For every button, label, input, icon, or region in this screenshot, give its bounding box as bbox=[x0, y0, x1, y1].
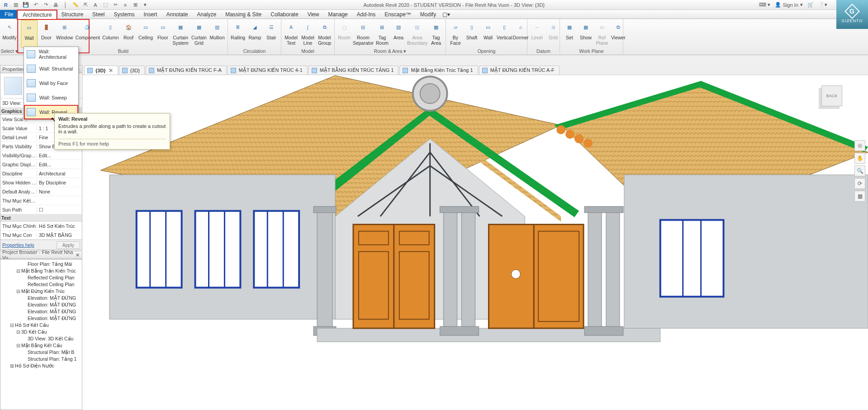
tree-node[interactable]: Reflected Ceiling Plan bbox=[1, 281, 81, 287]
wall-dd-architectural[interactable]: Wall: Architectural bbox=[24, 47, 78, 61]
roof-button[interactable]: 🏠Roof bbox=[121, 20, 137, 48]
tree-node[interactable]: ⊟Hồ Sơ Kết Cấu bbox=[1, 321, 81, 328]
model-group-button[interactable]: ⧉Model Group bbox=[317, 20, 332, 48]
shaft-button[interactable]: ▯Shaft bbox=[464, 20, 479, 48]
tab-massing[interactable]: Massing & Site bbox=[221, 10, 266, 19]
document-tab[interactable]: MẶT ĐỨNG KIẾN TRÚC A-F bbox=[479, 66, 560, 75]
qat-measure-icon[interactable]: 📏 bbox=[71, 1, 80, 9]
tree-node[interactable]: ⊟Mặt Bằng Trần Kiến Trúc bbox=[1, 267, 81, 274]
tree-node[interactable]: ⊟Mặt Bằng Kết Cấu bbox=[1, 342, 81, 349]
vertical-button[interactable]: ▯Vertical bbox=[497, 20, 512, 48]
nav-wheel-icon[interactable]: ◎ bbox=[854, 140, 865, 151]
room-button[interactable]: ▢Room bbox=[337, 20, 352, 48]
ref-plane-button[interactable]: ▭Ref Plane bbox=[594, 20, 610, 48]
curtain-system-button[interactable]: ▦Curtain System bbox=[171, 20, 189, 48]
zoom-icon[interactable]: 🔍 bbox=[854, 165, 865, 176]
qat-align-icon[interactable]: ⇱ bbox=[81, 1, 90, 9]
tree-node[interactable]: Elevation: MẶT ĐỨNG bbox=[1, 315, 81, 321]
curtain-grid-button[interactable]: ▦Curtain Grid bbox=[190, 20, 208, 48]
group-select[interactable]: Select ▾ bbox=[0, 48, 19, 55]
tab-view[interactable]: View bbox=[303, 10, 324, 19]
wall-button[interactable]: ▭Wall bbox=[21, 20, 38, 48]
apply-button[interactable]: Apply bbox=[57, 241, 80, 249]
property-row[interactable]: Sun Path☐ bbox=[0, 205, 82, 214]
tree-node[interactable]: Elevation: MẶT ĐỨNG bbox=[1, 294, 81, 301]
drawing-canvas[interactable] bbox=[82, 75, 868, 410]
tab-options-icon[interactable]: ▢▾ bbox=[441, 10, 452, 19]
model-text-button[interactable]: AModel Text bbox=[283, 20, 299, 48]
tab-collaborate[interactable]: Collaborate bbox=[266, 10, 303, 19]
property-row[interactable]: Default Analy…None bbox=[0, 187, 82, 196]
qat-redo-icon[interactable]: ↷ bbox=[42, 1, 50, 9]
property-row[interactable]: Thư Mục Kết … bbox=[0, 196, 82, 205]
model-line-button[interactable]: ∫Model Line bbox=[300, 20, 316, 48]
stair-button[interactable]: ☰Stair bbox=[264, 20, 279, 48]
property-row[interactable]: Visibility/Grap…Edit... bbox=[0, 151, 82, 160]
qat-switch-icon[interactable]: ▾ bbox=[141, 1, 149, 9]
property-row[interactable]: Show Hidden …By Discipline bbox=[0, 178, 82, 187]
modify-button[interactable]: ↖ Modify bbox=[2, 20, 17, 48]
qat-save-icon[interactable]: 💾 bbox=[22, 1, 30, 9]
tree-node[interactable]: ⊟3D Kết Cấu bbox=[1, 328, 81, 335]
column-button[interactable]: ▯Column bbox=[101, 20, 119, 48]
expand-icon[interactable]: ⊟ bbox=[16, 329, 20, 335]
document-tab[interactable]: MẶT BẰNG KIẾN TRÚC TẦNG 1 bbox=[308, 66, 399, 75]
qat-close-hidden-icon[interactable]: ⊞ bbox=[131, 1, 139, 9]
window-button[interactable]: ⊞Window bbox=[55, 20, 74, 48]
tree-node[interactable]: Elevation: MẶT ĐỨNG bbox=[1, 301, 81, 308]
floor-button[interactable]: ▭Floor bbox=[155, 20, 171, 48]
qat-print-icon[interactable]: 🖶 bbox=[52, 1, 60, 9]
qat-text-icon[interactable]: A bbox=[91, 1, 100, 9]
wall-dd-byface[interactable]: Wall by Face bbox=[24, 76, 78, 90]
tab-manage[interactable]: Manage bbox=[323, 10, 352, 19]
door-button[interactable]: 🚪Door bbox=[38, 20, 54, 48]
document-tab[interactable]: MẶT ĐỨNG KIẾN TRÚC F-A bbox=[146, 66, 227, 75]
tab-enscape[interactable]: Enscape™ bbox=[380, 10, 416, 19]
tree-node[interactable]: ⊞Hồ Sơ Điện Nước bbox=[1, 362, 81, 369]
close-icon[interactable]: ✕ bbox=[109, 67, 113, 74]
close-icon[interactable]: ✕ bbox=[75, 252, 80, 258]
tab-architecture[interactable]: Architecture bbox=[18, 10, 57, 19]
level-button[interactable]: ↔Level bbox=[529, 20, 545, 48]
dormer-button[interactable]: ⌂Dormer bbox=[513, 20, 528, 48]
appstore-icon[interactable]: 🛒 bbox=[807, 2, 814, 8]
expand-icon[interactable]: ⊟ bbox=[16, 343, 20, 348]
ramp-button[interactable]: ◢Ramp bbox=[247, 20, 262, 48]
tab-analyze[interactable]: Analyze bbox=[193, 10, 221, 19]
orbit-icon[interactable]: ⟳ bbox=[854, 178, 865, 189]
wall-dd-structural[interactable]: Wall: Structural bbox=[24, 61, 78, 76]
property-row[interactable]: Graphic Displ…Edit... bbox=[0, 160, 82, 169]
property-row[interactable]: Thư Mục ChínhHồ Sơ Kiến Trúc bbox=[0, 221, 82, 231]
project-browser[interactable]: Floor Plan: Tầng Mái⊟Mặt Bằng Trần Kiến … bbox=[0, 259, 82, 410]
mullion-button[interactable]: ▥Mullion bbox=[209, 20, 226, 48]
qat-3d-icon[interactable]: ⬚ bbox=[101, 1, 109, 9]
tree-node[interactable]: Elevation: MẶT ĐỨNG bbox=[1, 308, 81, 315]
qat-section-icon[interactable]: ✂ bbox=[111, 1, 119, 9]
tag-room-button[interactable]: ⊞Tag Room bbox=[375, 20, 390, 48]
group-roomarea[interactable]: Room & Area ▾ bbox=[335, 48, 446, 55]
property-row[interactable]: DisciplineArchitectural bbox=[0, 169, 82, 178]
set-button[interactable]: ▦Set bbox=[562, 20, 577, 48]
expand-icon[interactable]: ⊟ bbox=[9, 322, 14, 328]
show-button[interactable]: ▦Show bbox=[578, 20, 593, 48]
document-tab[interactable]: {3D} bbox=[119, 66, 145, 75]
tab-modify[interactable]: Modify bbox=[416, 10, 441, 19]
by-face-button[interactable]: ▱By Face bbox=[448, 20, 463, 48]
browser-header[interactable]: Project Browser - File Revit Nha Vu… ✕ bbox=[0, 251, 82, 259]
view-cube-face[interactable]: BACK bbox=[821, 85, 842, 106]
app-icon[interactable]: R bbox=[2, 1, 10, 9]
tab-annotate[interactable]: Annotate bbox=[161, 10, 192, 19]
properties-help-link[interactable]: Properties help bbox=[2, 242, 34, 248]
tab-file[interactable]: File bbox=[0, 10, 18, 19]
qat-open-icon[interactable]: ▥ bbox=[12, 1, 20, 9]
wall-opening-button[interactable]: ▭Wall bbox=[480, 20, 496, 48]
tab-structure[interactable]: Structure bbox=[57, 10, 88, 19]
expand-icon[interactable]: ⊟ bbox=[16, 268, 20, 273]
tree-node[interactable]: ⊟Mặt Đứng Kiến Trúc bbox=[1, 287, 81, 294]
viewer-button[interactable]: ⧉Viewer bbox=[611, 20, 626, 48]
wall-dd-sweep[interactable]: Wall: Sweep bbox=[24, 90, 78, 105]
room-sep-button[interactable]: ⊟Room Separator bbox=[353, 20, 374, 48]
view-icon[interactable]: ▦ bbox=[854, 191, 865, 202]
tree-node[interactable]: 3D View: 3D Kết Cấu bbox=[1, 335, 81, 342]
category-text[interactable]: Text bbox=[0, 214, 82, 221]
